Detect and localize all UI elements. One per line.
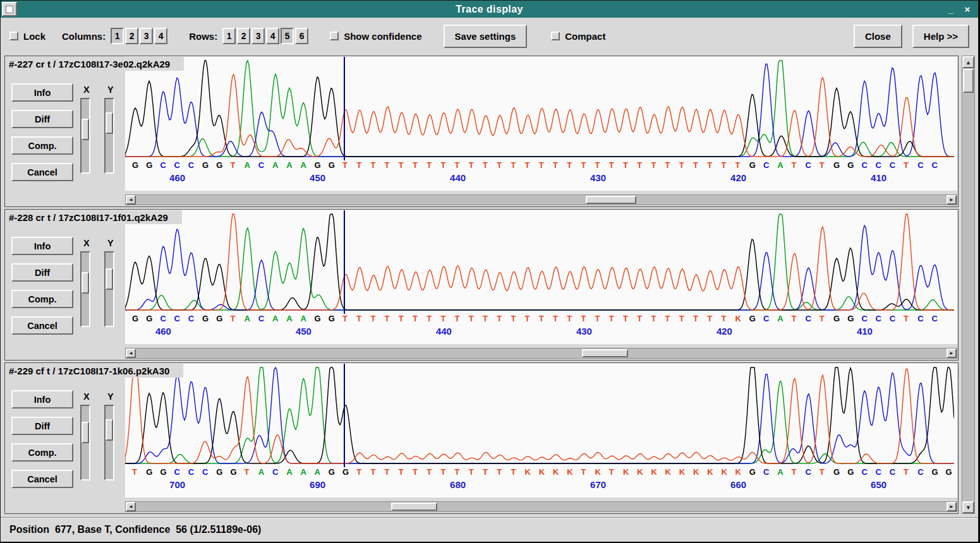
rows-button-4[interactable]: 4 bbox=[266, 28, 279, 44]
horizontal-scrollbar-thumb[interactable] bbox=[586, 196, 636, 204]
base-call: T bbox=[455, 160, 460, 170]
base-call: A bbox=[777, 467, 783, 477]
cancel-button[interactable]: Cancel bbox=[11, 316, 73, 335]
base-call: C bbox=[917, 467, 923, 477]
close-window-button[interactable]: × bbox=[960, 3, 974, 16]
scroll-right-icon[interactable]: ► bbox=[947, 195, 957, 205]
position-number: 440 bbox=[450, 172, 466, 183]
comp-button[interactable]: Comp. bbox=[11, 136, 73, 155]
base-call: G bbox=[749, 314, 756, 323]
base-call: T bbox=[469, 160, 474, 170]
y-scale-slider[interactable] bbox=[104, 405, 114, 480]
base-call: T bbox=[623, 160, 628, 170]
base-call: K bbox=[567, 467, 572, 477]
info-button[interactable]: Info bbox=[11, 83, 73, 102]
base-call: T bbox=[904, 160, 909, 170]
vertical-scrollbar-thumb[interactable] bbox=[963, 69, 974, 93]
cancel-button[interactable]: Cancel bbox=[11, 470, 73, 488]
lock-checkbox[interactable]: Lock bbox=[9, 31, 45, 42]
columns-button-3[interactable]: 3 bbox=[140, 28, 153, 44]
base-call: A bbox=[777, 160, 783, 170]
x-scale-slider[interactable] bbox=[80, 98, 90, 174]
save-settings-button[interactable]: Save settings bbox=[444, 25, 528, 48]
columns-button-4[interactable]: 4 bbox=[154, 28, 167, 44]
base-call: C bbox=[890, 467, 895, 477]
compact-checkbox[interactable]: Compact bbox=[551, 31, 605, 42]
x-scale-slider[interactable] bbox=[80, 405, 90, 480]
scroll-left-icon[interactable]: ◄ bbox=[126, 195, 136, 205]
base-call: K bbox=[665, 467, 671, 477]
horizontal-scrollbar[interactable]: ◄► bbox=[125, 194, 957, 205]
base-call: K bbox=[623, 467, 629, 477]
titlebar[interactable]: Trace display _ × bbox=[1, 1, 978, 18]
diff-button[interactable]: Diff bbox=[11, 417, 73, 435]
rows-button-6[interactable]: 6 bbox=[295, 28, 308, 44]
x-scale-slider-thumb[interactable] bbox=[82, 272, 89, 294]
y-scale-slider-thumb[interactable] bbox=[106, 112, 113, 134]
base-call: T bbox=[581, 467, 586, 477]
y-scale-slider-thumb[interactable] bbox=[106, 419, 113, 441]
info-button[interactable]: Info bbox=[11, 237, 73, 255]
scroll-left-icon[interactable]: ◄ bbox=[126, 349, 136, 358]
show-confidence-checkbox[interactable]: Show confidence bbox=[330, 31, 421, 42]
base-call: T bbox=[230, 314, 235, 323]
base-call: T bbox=[553, 314, 558, 323]
comp-button[interactable]: Comp. bbox=[11, 290, 73, 308]
window-menu-button[interactable] bbox=[2, 2, 17, 16]
horizontal-scrollbar-trough[interactable] bbox=[136, 195, 947, 205]
status-text: Position 677, Base T, Confidence 56 (1/2… bbox=[9, 524, 261, 535]
scroll-down-icon[interactable]: ▼ bbox=[962, 501, 974, 513]
rows-button-1[interactable]: 1 bbox=[222, 28, 236, 44]
scroll-up-icon[interactable]: ▲ bbox=[962, 56, 974, 68]
diff-button[interactable]: Diff bbox=[11, 110, 73, 128]
position-number: 430 bbox=[576, 326, 592, 337]
horizontal-scrollbar[interactable]: ◄► bbox=[125, 348, 957, 359]
y-scale-label: Y bbox=[107, 238, 114, 248]
horizontal-scrollbar-thumb[interactable] bbox=[391, 503, 437, 511]
horizontal-scrollbar-trough[interactable] bbox=[136, 502, 947, 511]
base-call: G bbox=[329, 160, 335, 170]
columns-button-1[interactable]: 1 bbox=[111, 28, 124, 44]
horizontal-scrollbar-trough[interactable] bbox=[136, 349, 947, 358]
base-call: C bbox=[876, 314, 881, 323]
scroll-right-icon[interactable]: ► bbox=[947, 349, 957, 358]
rows-button-3[interactable]: 3 bbox=[251, 28, 265, 44]
cancel-button[interactable]: Cancel bbox=[11, 163, 73, 181]
columns-button-2[interactable]: 2 bbox=[125, 28, 138, 44]
window-title: Trace display bbox=[1, 4, 978, 15]
vertical-scrollbar-trough[interactable] bbox=[962, 68, 974, 501]
diff-button[interactable]: Diff bbox=[11, 263, 73, 282]
x-scale-slider-thumb[interactable] bbox=[82, 119, 89, 140]
compact-indicator bbox=[551, 32, 560, 40]
base-call: T bbox=[370, 467, 375, 477]
base-call: A bbox=[300, 160, 306, 170]
y-scale-slider-thumb[interactable] bbox=[106, 268, 113, 290]
trace-controls: InfoDiffComp.CancelXY bbox=[5, 363, 125, 513]
horizontal-scrollbar-thumb[interactable] bbox=[582, 349, 628, 357]
base-call: G bbox=[315, 160, 321, 170]
help-button[interactable]: Help >> bbox=[912, 25, 969, 48]
rows-button-2[interactable]: 2 bbox=[237, 28, 250, 44]
minimize-button[interactable]: _ bbox=[944, 3, 958, 16]
x-scale-slider-thumb[interactable] bbox=[82, 422, 89, 443]
x-scale-slider[interactable] bbox=[80, 251, 90, 327]
comp-button[interactable]: Comp. bbox=[11, 443, 73, 462]
base-call: G bbox=[946, 467, 952, 477]
base-call: K bbox=[651, 467, 656, 477]
vertical-scrollbar[interactable]: ▲ ▼ bbox=[962, 56, 975, 514]
trace-canvas[interactable]: TGGCCCGGTACAAAGGTTTTTTTTTTTTKKKKTKTKKKKK… bbox=[125, 364, 957, 498]
y-scale-slider[interactable] bbox=[104, 98, 114, 174]
trace-canvas[interactable]: GGCCCGGTACAAAGGTTTTTTTTTTTTTTTTTTTTTTTTT… bbox=[125, 210, 957, 344]
horizontal-scrollbar[interactable]: ◄► bbox=[125, 501, 957, 512]
base-call: T bbox=[426, 160, 432, 170]
close-button[interactable]: Close bbox=[854, 25, 902, 48]
trace-canvas[interactable]: GGCCCGGTACAAAGGTTTTTTTTTTTTTTTTTTTTTTTTT… bbox=[125, 57, 957, 191]
rows-button-5[interactable]: 5 bbox=[281, 28, 294, 44]
base-call: T bbox=[440, 467, 445, 477]
scroll-left-icon[interactable]: ◄ bbox=[126, 502, 136, 511]
base-call: C bbox=[763, 314, 769, 323]
info-button[interactable]: Info bbox=[11, 390, 73, 409]
scroll-right-icon[interactable]: ► bbox=[947, 502, 957, 511]
y-scale-slider[interactable] bbox=[104, 251, 114, 327]
x-scale-label: X bbox=[83, 85, 90, 95]
